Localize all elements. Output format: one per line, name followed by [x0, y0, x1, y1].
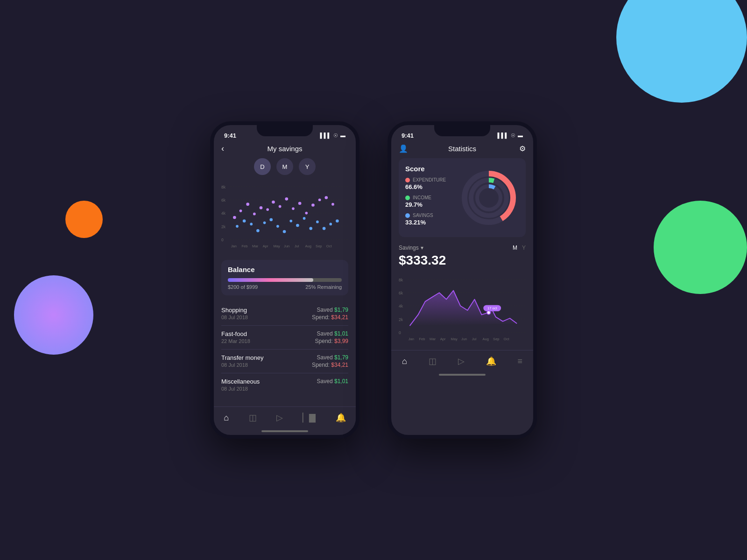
svg-point-32 [311, 203, 315, 207]
inc-value: 29.7% [405, 201, 454, 208]
deco-blue [616, 0, 747, 103]
status-time-1: 9:41 [224, 132, 236, 139]
svg-text:Feb: Feb [419, 337, 425, 341]
svg-point-39 [256, 229, 260, 232]
svg-point-23 [253, 213, 256, 216]
transaction-list: Shopping 08 Jul 2018 Saved $1,79 Spend: … [214, 302, 356, 406]
balance-info: $200 of $999 25% Remaining [228, 284, 342, 290]
svg-point-78 [487, 311, 491, 315]
line-chart: 8k 6k 4k 2k 0 Jan Feb Mar Apr May [391, 271, 533, 350]
svg-point-35 [331, 203, 334, 206]
profile-icon[interactable]: 👤 [399, 144, 408, 153]
home-bar-2 [439, 374, 486, 376]
txn-left-transfer: Transfer money 08 Jul 2018 [221, 354, 264, 368]
savings-dropdown-icon[interactable]: ▾ [421, 245, 423, 251]
phone-savings: 9:41 ▌▌▌ ☉ ▬ ‹ My savings D M Y 8k [210, 121, 359, 439]
balance-section: Balance $200 of $999 25% Remaining [221, 260, 348, 295]
nav-cards-1[interactable]: ◫ [245, 411, 261, 425]
period-tab-y[interactable]: Y [299, 158, 316, 175]
legend-expenditure: EXPENDITURE 66.6% [405, 177, 454, 190]
svg-point-38 [250, 223, 253, 225]
balance-bar-fill [228, 278, 313, 282]
phones-container: 9:41 ▌▌▌ ☉ ▬ ‹ My savings D M Y 8k [210, 121, 537, 439]
svg-text:Oct: Oct [504, 337, 510, 341]
exp-label-text: EXPENDITURE [413, 177, 446, 182]
balance-bar [228, 278, 342, 282]
txn-spend-shopping: Spend: $34,21 [312, 314, 348, 321]
txn-name-misc: Miscellaneous [221, 378, 260, 385]
svg-text:4k: 4k [221, 211, 226, 216]
txn-left-misc: Miscellaneous 08 Jul 2018 [221, 378, 260, 392]
nav-menu-2[interactable]: ≡ [514, 355, 527, 368]
svg-point-20 [233, 216, 236, 219]
svg-point-47 [309, 227, 312, 230]
svg-text:8k: 8k [399, 278, 403, 282]
legend-savings: SAVINGS 33.21% [405, 213, 454, 226]
balance-title: Balance [228, 266, 342, 273]
inc-label-text: INCOME [413, 195, 431, 200]
period-tab-m[interactable]: M [276, 158, 293, 175]
score-legend: Score EXPENDITURE 66.6% INCOME 29 [405, 165, 454, 231]
svg-point-27 [279, 205, 282, 208]
nav-stats-1[interactable]: ▏▇ [299, 411, 319, 425]
svg-point-21 [240, 210, 242, 212]
svg-text:Sep: Sep [493, 337, 499, 341]
deco-green [654, 201, 747, 294]
svg-text:Jul: Jul [472, 337, 477, 341]
nav-bell-1[interactable]: 🔔 [332, 411, 350, 425]
svg-point-26 [272, 201, 275, 204]
svg-text:Apr: Apr [263, 244, 268, 248]
wifi-icon-2: ☉ [511, 133, 515, 139]
period-tab-d[interactable]: D [254, 158, 271, 175]
legend-label-exp: EXPENDITURE [405, 177, 454, 182]
sav-value: 33.21% [405, 219, 454, 226]
status-icons-1: ▌▌▌ ☉ ▬ [320, 133, 345, 139]
savings-amount: $333.32 [391, 253, 533, 271]
txn-date-shopping: 08 Jul 2018 [221, 315, 248, 320]
svg-text:Aug: Aug [305, 244, 311, 248]
savings-tab-y[interactable]: Y [522, 245, 526, 251]
svg-point-30 [298, 202, 302, 205]
savings-label-row: Savings ▾ [399, 245, 423, 251]
txn-saved-transfer: Saved $1,79 [312, 354, 348, 361]
svg-text:May: May [273, 244, 280, 248]
svg-point-37 [243, 219, 246, 223]
legend-income: INCOME 29.7% [405, 195, 454, 208]
sav-label-text: SAVINGS [413, 213, 433, 218]
nav-home-2[interactable]: ⌂ [398, 355, 411, 368]
txn-transfer: Transfer money 08 Jul 2018 Saved $1,79 S… [221, 350, 348, 373]
bottom-nav-1: ⌂ ◫ ▷ ▏▇ 🔔 [214, 406, 356, 428]
nav-bell-2[interactable]: 🔔 [482, 354, 500, 368]
svg-point-51 [336, 219, 339, 223]
phone2-content: 👤 Statistics ⚙ Score EXPENDITURE 66.6% [391, 142, 533, 435]
nav-cards-2[interactable]: ◫ [425, 354, 440, 368]
dot-savings [405, 213, 410, 218]
deco-orange [65, 201, 103, 238]
nav-home-1[interactable]: ⌂ [220, 411, 233, 425]
txn-shopping: Shopping 08 Jul 2018 Saved $1,79 Spend: … [221, 302, 348, 326]
svg-text:4k: 4k [399, 304, 403, 308]
deco-purple [14, 275, 93, 355]
back-button[interactable]: ‹ [221, 144, 224, 154]
settings-icon[interactable]: ⚙ [519, 144, 526, 153]
svg-point-24 [260, 206, 263, 210]
score-section: Score EXPENDITURE 66.6% INCOME 29 [399, 158, 526, 237]
signal-icon-2: ▌▌▌ [498, 133, 508, 138]
phone-statistics: 9:41 ▌▌▌ ☉ ▬ 👤 Statistics ⚙ Score [388, 121, 537, 439]
svg-text:6k: 6k [221, 198, 226, 203]
legend-label-inc: INCOME [405, 195, 454, 200]
phone1-title: My savings [267, 145, 302, 153]
txn-saved-fastfood: Saved $1,01 [315, 330, 348, 337]
svg-text:0: 0 [399, 330, 401, 335]
scatter-svg: 8k 6k 4k 2k 0 Jan Feb Mar Apr May [221, 178, 348, 257]
nav-filter-2[interactable]: ▷ [454, 354, 468, 368]
svg-text:Mar: Mar [252, 244, 258, 248]
svg-point-43 [283, 230, 286, 233]
exp-value: 66.6% [405, 183, 454, 190]
svg-text:Jan: Jan [409, 337, 414, 341]
svg-point-44 [289, 220, 292, 223]
svg-point-29 [292, 207, 295, 210]
bottom-nav-2: ⌂ ◫ ▷ 🔔 ≡ [391, 350, 533, 372]
savings-tab-m[interactable]: M [513, 245, 517, 251]
nav-send-1[interactable]: ▷ [273, 411, 287, 425]
